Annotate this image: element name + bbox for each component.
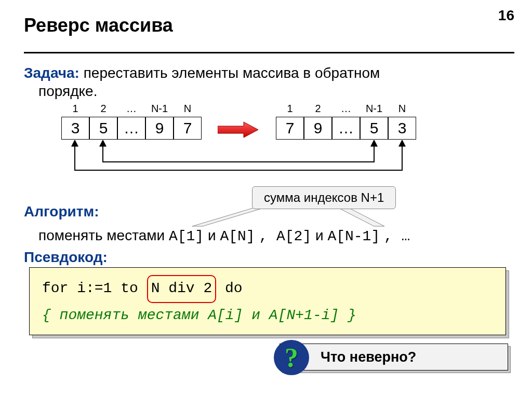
code-box: for i:=1 to N div 2 do { поменять местам… (29, 267, 506, 335)
algo-tail: , … (384, 228, 410, 244)
title-separator (24, 52, 514, 53)
right-array: 1 2 … N-1 N 7 9 … 5 3 (267, 103, 416, 140)
index-cell: … (332, 103, 360, 115)
algo-and: и (208, 227, 220, 243)
index-cell: … (117, 103, 145, 115)
index-cell: 1 (276, 103, 304, 115)
array-cell: … (332, 117, 360, 140)
array-cell: 5 (89, 117, 117, 140)
page-title: Реверс массива (24, 15, 173, 36)
page-number: 16 (498, 7, 514, 24)
array-cell: 5 (360, 117, 388, 140)
index-cell: 2 (89, 103, 117, 115)
left-array: 1 2 … N-1 N 3 5 … 9 7 (52, 103, 202, 140)
svg-marker-2 (338, 208, 384, 226)
left-cell-row: 3 5 … 9 7 (61, 117, 202, 140)
array-cell: 3 (388, 117, 416, 140)
algo-pair2b: A[N-1] (327, 228, 380, 244)
left-index-row: 1 2 … N-1 N (61, 103, 202, 115)
question-mark-icon: ? (274, 340, 309, 375)
task-line-1: Задача: переставить элементы массива в о… (24, 65, 380, 81)
swap-arrows (52, 140, 426, 176)
algo-pair1b: A[N] (220, 228, 255, 244)
index-cell: N-1 (360, 103, 388, 115)
array-cell: 9 (145, 117, 174, 140)
callout-box: сумма индексов N+1 (252, 186, 396, 209)
algorithm-label: Алгоритм: (24, 203, 99, 220)
pseudocode-label: Псевдокод: (24, 249, 108, 266)
task-text-1: переставить элементы массива в обратном (79, 65, 380, 81)
code-highlight: N div 2 (147, 275, 217, 303)
array-cell: … (117, 117, 145, 140)
code-line-1: for i:=1 to N div 2 do (42, 275, 493, 303)
code-l1b: do (216, 280, 242, 296)
algo-prefix: поменять местами (38, 227, 169, 243)
code-l1a: for i:=1 to (42, 280, 147, 296)
index-cell: N (388, 103, 416, 115)
svg-marker-0 (218, 122, 258, 138)
svg-marker-1 (192, 208, 265, 226)
arrow-right-icon (218, 121, 259, 138)
question-mark-glyph: ? (285, 342, 298, 373)
array-cell: 7 (174, 117, 202, 140)
algo-pair2a: A[2] (276, 228, 311, 244)
algo-pair1a: A[1] (169, 228, 204, 244)
array-cell: 9 (304, 117, 332, 140)
right-index-row: 1 2 … N-1 N (276, 103, 416, 115)
task-label: Задача: (24, 65, 79, 81)
index-cell: N (174, 103, 202, 115)
question-box: ? Что неверно? (280, 344, 508, 370)
code-line-2: { поменять местами A[i] и A[N+1-i] } (42, 303, 493, 328)
algo-and2: и (315, 227, 327, 243)
index-cell: N-1 (145, 103, 174, 115)
right-cell-row: 7 9 … 5 3 (276, 117, 416, 140)
index-cell: 1 (61, 103, 89, 115)
algo-sep: , (259, 228, 276, 244)
algorithm-text: поменять местами A[1] и A[N] , A[2] и A[… (38, 227, 410, 244)
array-cell: 7 (276, 117, 304, 140)
array-cell: 3 (61, 117, 89, 140)
question-content: ? Что неверно? (280, 344, 508, 370)
code-content: for i:=1 to N div 2 do { поменять местам… (29, 267, 506, 335)
question-text: Что неверно? (321, 349, 416, 365)
task-line-2: порядке. (38, 83, 97, 100)
index-cell: 2 (304, 103, 332, 115)
